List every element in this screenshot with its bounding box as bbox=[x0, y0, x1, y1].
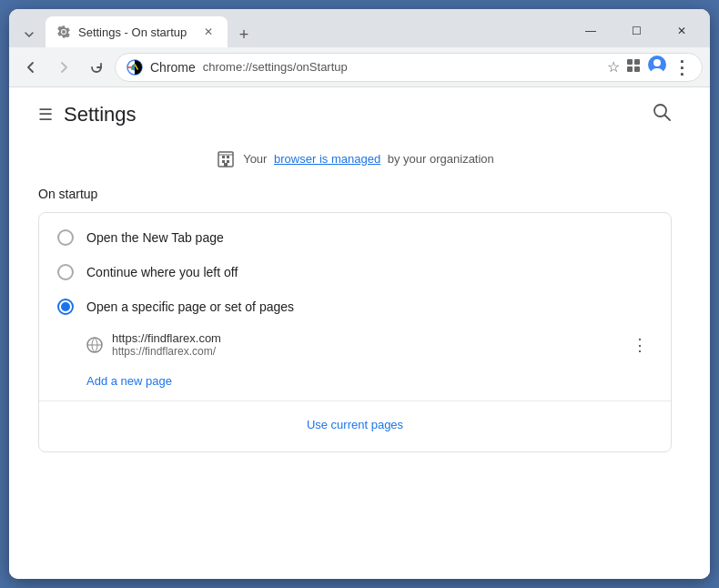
tab-label: Settings - On startup bbox=[78, 25, 187, 39]
option-new-tab[interactable]: Open the New Tab page bbox=[39, 220, 671, 255]
svg-rect-12 bbox=[222, 156, 225, 158]
window-controls: — ☐ ✕ bbox=[570, 9, 703, 46]
option-specific-page[interactable]: Open a specific page or set of pages bbox=[39, 289, 671, 324]
maximize-btn[interactable]: ☐ bbox=[615, 16, 657, 46]
building-icon bbox=[216, 148, 236, 168]
svg-rect-2 bbox=[627, 59, 633, 65]
settings-header: ☰ Settings bbox=[38, 102, 672, 127]
page-content: ☰ Settings bbox=[9, 87, 710, 579]
more-options-icon[interactable]: ⋮ bbox=[673, 56, 691, 78]
managed-notice: Your browser is managed by your organiza… bbox=[38, 148, 672, 168]
section-title: On startup bbox=[38, 187, 672, 201]
radio-continue[interactable] bbox=[57, 264, 74, 280]
startup-options-card: Open the New Tab page Continue where you… bbox=[38, 212, 672, 452]
chrome-label: Chrome bbox=[150, 60, 196, 75]
page-favicon-icon bbox=[86, 337, 103, 353]
reload-icon bbox=[88, 59, 105, 76]
use-current-pages-section: Use current pages bbox=[39, 405, 671, 444]
active-tab[interactable]: Settings - On startup ✕ bbox=[46, 16, 228, 47]
svg-rect-15 bbox=[227, 160, 229, 163]
svg-rect-13 bbox=[227, 156, 229, 158]
svg-point-7 bbox=[653, 59, 661, 66]
tab-dropdown-btn[interactable] bbox=[16, 22, 42, 47]
svg-rect-3 bbox=[634, 59, 640, 65]
page-title: Settings bbox=[64, 103, 137, 127]
managed-text: Your browser is managed by your organiza… bbox=[243, 152, 494, 166]
add-new-page-btn[interactable]: Add a new page bbox=[39, 365, 190, 397]
add-new-page-section: Add a new page bbox=[39, 365, 671, 397]
close-btn[interactable]: ✕ bbox=[661, 16, 703, 46]
reload-btn[interactable] bbox=[82, 53, 111, 82]
bookmark-icon[interactable]: ☆ bbox=[607, 58, 620, 76]
profile-icon[interactable] bbox=[647, 55, 667, 79]
page-entry: https://findflarex.com https://findflare… bbox=[39, 324, 671, 365]
svg-rect-5 bbox=[634, 66, 640, 72]
radio-specific-page[interactable] bbox=[57, 299, 74, 315]
forward-btn[interactable] bbox=[49, 53, 78, 82]
address-bar[interactable]: Chrome chrome://settings/onStartup ☆ bbox=[115, 53, 703, 82]
search-icon[interactable] bbox=[652, 106, 672, 126]
chrome-logo-icon bbox=[127, 59, 143, 76]
page-urls: https://findflarex.com https://findflare… bbox=[112, 331, 618, 358]
tab-bar: Settings - On startup ✕ + bbox=[16, 9, 566, 47]
option-new-tab-label: Open the New Tab page bbox=[86, 230, 224, 245]
extensions-icon[interactable] bbox=[625, 57, 642, 77]
forward-arrow-icon bbox=[56, 59, 72, 76]
page-entry-more-btn[interactable]: ⋮ bbox=[627, 332, 653, 358]
back-arrow-icon bbox=[23, 59, 39, 76]
title-bar: Settings - On startup ✕ + — ☐ ✕ bbox=[9, 9, 710, 47]
page-url-main: https://findflarex.com bbox=[112, 331, 618, 345]
divider bbox=[39, 400, 671, 401]
option-continue[interactable]: Continue where you left off bbox=[39, 255, 671, 289]
managed-link[interactable]: browser is managed bbox=[274, 152, 380, 166]
browser-window: Settings - On startup ✕ + — ☐ ✕ bbox=[9, 9, 710, 579]
svg-line-10 bbox=[665, 116, 671, 121]
use-current-pages-btn[interactable]: Use current pages bbox=[289, 409, 421, 441]
svg-rect-16 bbox=[224, 163, 228, 167]
radio-new-tab[interactable] bbox=[57, 229, 74, 246]
minimize-btn[interactable]: — bbox=[570, 16, 612, 46]
svg-rect-14 bbox=[222, 160, 225, 163]
nav-bar: Chrome chrome://settings/onStartup ☆ bbox=[9, 47, 710, 87]
tab-close-btn[interactable]: ✕ bbox=[200, 24, 217, 40]
option-specific-page-label: Open a specific page or set of pages bbox=[86, 299, 294, 314]
new-tab-btn[interactable]: + bbox=[231, 22, 257, 47]
hamburger-icon[interactable]: ☰ bbox=[38, 105, 53, 125]
option-continue-label: Continue where you left off bbox=[86, 265, 238, 279]
address-text: chrome://settings/onStartup bbox=[203, 60, 348, 74]
svg-rect-4 bbox=[627, 66, 633, 72]
back-btn[interactable] bbox=[16, 53, 46, 82]
settings-tab-icon bbox=[56, 25, 71, 39]
page-url-sub: https://findflarex.com/ bbox=[112, 345, 618, 358]
dropdown-arrow-icon bbox=[23, 28, 35, 41]
